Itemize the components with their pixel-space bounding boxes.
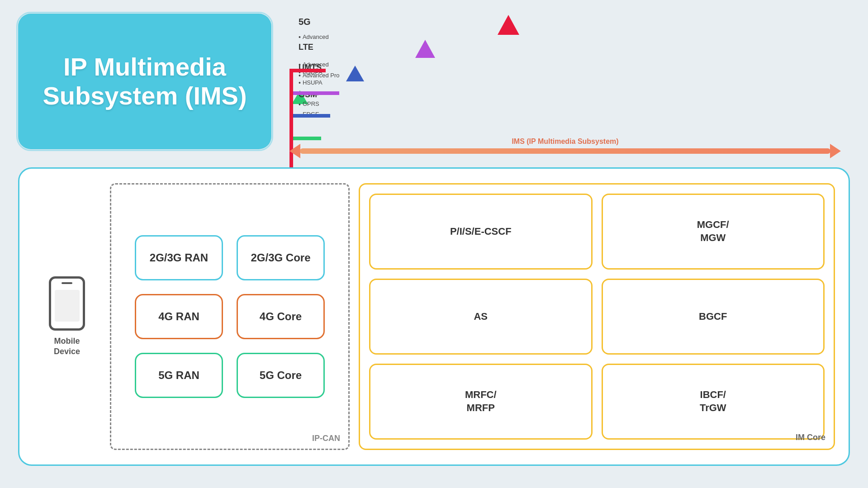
mobile-label: MobileDevice: [54, 336, 80, 357]
ipcan-label: IP-CAN: [312, 434, 340, 443]
arrow-line: IMS (IP Multimedia Subsystem): [300, 148, 830, 154]
mrfc-box: MRFC/MRFP: [369, 364, 593, 440]
2g3g-ran-box: 2G/3G RAN: [135, 235, 223, 280]
4g-ran-label: 4G RAN: [158, 310, 199, 323]
ipcan-box: 2G/3G RAN 2G/3G Core 4G RAN 4G Core 5G R…: [110, 183, 350, 450]
top-section: IP Multimedia Subsystem (IMS) GSM GPRS E…: [0, 0, 868, 167]
5g-ran-label: 5G RAN: [158, 369, 199, 382]
main-title: IP Multimedia Subsystem (IMS): [43, 52, 247, 111]
phone-icon: [49, 276, 85, 331]
ibcf-label: IBCF/TrGW: [700, 389, 726, 414]
arrow-right-head: [830, 144, 841, 158]
5g-row: 5G RAN 5G Core: [123, 353, 337, 398]
2g3g-ran-label: 2G/3G RAN: [150, 251, 208, 264]
title-card: IP Multimedia Subsystem (IMS): [18, 14, 271, 149]
4g-row: 4G RAN 4G Core: [123, 294, 337, 339]
gsm-item-1: GPRS: [299, 99, 319, 109]
5g-triangle: [498, 15, 519, 35]
mgcf-box: MGCF/MGW: [602, 194, 825, 270]
lte-triangle: [415, 40, 435, 58]
bottom-section: MobileDevice 2G/3G RAN 2G/3G Core 4G RAN…: [18, 167, 850, 466]
2g3g-core-box: 2G/3G Core: [237, 235, 325, 280]
2g3g-row: 2G/3G RAN 2G/3G Core: [123, 235, 337, 280]
phone-screen: [55, 290, 80, 322]
bgcf-label: BGCF: [699, 310, 727, 323]
mrfc-label: MRFC/MRFP: [465, 389, 497, 414]
5g-core-label: 5G Core: [260, 369, 302, 382]
4g-core-box: 4G Core: [237, 294, 325, 339]
5g-item-1: Advanced: [299, 33, 329, 41]
arrow-left-head: [289, 144, 300, 158]
ims-arrow-label: IMS (IP Multimedia Subsystem): [512, 137, 618, 146]
ims-arrow: IMS (IP Multimedia Subsystem): [289, 144, 841, 158]
4g-ran-box: 4G RAN: [135, 294, 223, 339]
ibcf-box: IBCF/TrGW: [602, 364, 825, 440]
as-box: AS: [369, 279, 593, 355]
bgcf-box: BGCF: [602, 279, 825, 355]
ims-arrow-container: IMS (IP Multimedia Subsystem): [289, 144, 841, 158]
5g-items: Advanced: [299, 33, 329, 41]
4g-core-label: 4G Core: [260, 310, 302, 323]
title-line2: Subsystem (IMS): [43, 81, 247, 110]
pcscf-label: P/I/S/E-CSCF: [450, 225, 512, 238]
2g3g-core-label: 2G/3G Core: [251, 251, 310, 264]
5g-ran-box: 5G RAN: [135, 353, 223, 398]
5g-core-box: 5G Core: [237, 353, 325, 398]
pcscf-box: P/I/S/E-CSCF: [369, 194, 593, 270]
lte-label: LTE: [299, 43, 313, 52]
generation-diagram: GSM GPRS EDGE UMTS HSDPA HSUPA HSPA LTE …: [289, 18, 850, 172]
title-line1: IP Multimedia: [63, 52, 226, 81]
mgcf-label: MGCF/MGW: [697, 218, 729, 244]
as-label: AS: [474, 310, 488, 323]
ims-core-section: P/I/S/E-CSCF MGCF/MGW AS BGCF MRFC/MRFP …: [359, 183, 835, 450]
5g-label: 5G: [299, 17, 311, 27]
mobile-device-container: MobileDevice: [33, 276, 101, 357]
ims-core-label: IM Core: [796, 433, 825, 442]
umts-triangle: [346, 66, 364, 81]
